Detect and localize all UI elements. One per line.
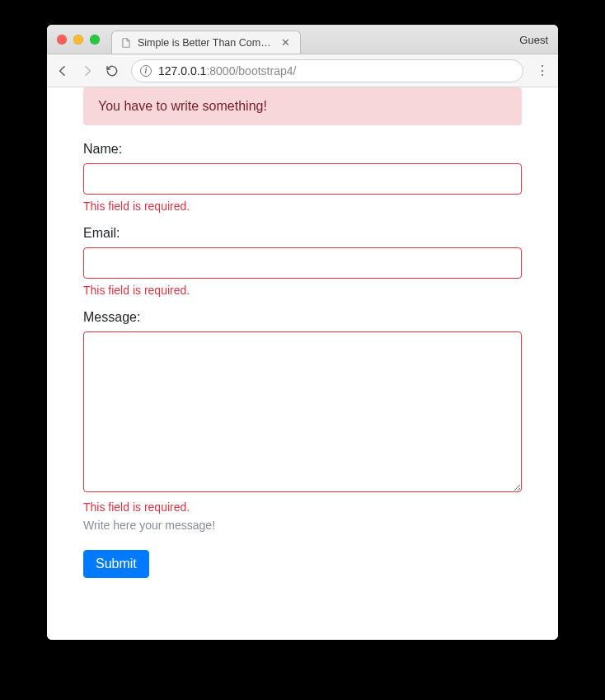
browser-tab[interactable]: Simple is Better Than Complex ✕ — [111, 31, 301, 54]
site-info-icon[interactable]: i — [140, 65, 152, 77]
url-port: :8000 — [206, 64, 235, 78]
name-error-text: This field is required. — [83, 200, 522, 213]
url-path: /bootstrap4/ — [235, 64, 296, 78]
message-textarea[interactable] — [83, 331, 522, 492]
window-close-button[interactable] — [57, 35, 67, 45]
name-label: Name: — [83, 142, 522, 157]
browser-menu-button[interactable]: ⋮ — [532, 60, 553, 82]
page-icon — [120, 37, 132, 49]
forward-button[interactable] — [77, 60, 98, 82]
browser-toolbar: i 127.0.0.1:8000/bootstrap4/ ⋮ — [47, 54, 558, 87]
tab-close-icon[interactable]: ✕ — [279, 37, 292, 48]
reload-button[interactable] — [101, 60, 123, 82]
window-minimize-button[interactable] — [73, 35, 83, 45]
url-text: 127.0.0.1:8000/bootstrap4/ — [158, 64, 296, 78]
browser-window: Simple is Better Than Complex ✕ Guest i … — [47, 25, 558, 640]
submit-button[interactable]: Submit — [83, 550, 149, 578]
message-field-group: Message: This field is required. Write h… — [83, 310, 522, 532]
profile-label[interactable]: Guest — [519, 25, 548, 54]
tab-title: Simple is Better Than Complex — [138, 37, 274, 49]
form-error-alert: You have to write something! — [83, 87, 522, 125]
address-bar[interactable]: i 127.0.0.1:8000/bootstrap4/ — [131, 59, 523, 82]
name-input[interactable] — [83, 163, 522, 195]
alert-text: You have to write something! — [98, 99, 267, 113]
message-label: Message: — [83, 310, 522, 325]
message-error-text: This field is required. — [83, 500, 522, 514]
name-field-group: Name: This field is required. — [83, 142, 522, 213]
email-error-text: This field is required. — [83, 284, 522, 297]
back-button[interactable] — [52, 60, 73, 82]
message-help-text: Write here your message! — [83, 519, 522, 532]
traffic-lights — [47, 35, 100, 45]
window-titlebar: Simple is Better Than Complex ✕ Guest — [47, 25, 558, 54]
email-field-group: Email: This field is required. — [83, 226, 522, 297]
url-host: 127.0.0.1 — [158, 64, 206, 78]
page-viewport: You have to write something! Name: This … — [47, 87, 558, 640]
email-input[interactable] — [83, 247, 522, 279]
window-fullscreen-button[interactable] — [90, 35, 100, 45]
email-label: Email: — [83, 226, 522, 241]
